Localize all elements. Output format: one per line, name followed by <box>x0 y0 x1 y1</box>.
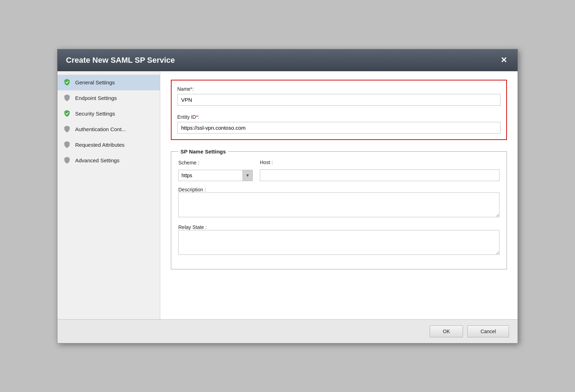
description-label: Description : <box>178 187 206 192</box>
green-shield-icon-security <box>63 110 72 118</box>
relay-state-label: Relay State : <box>178 224 207 230</box>
scheme-col: Scheme : https http ▼ <box>178 160 253 181</box>
ok-button[interactable]: OK <box>430 325 463 337</box>
name-input[interactable] <box>177 94 501 106</box>
entity-id-input[interactable] <box>177 122 501 134</box>
sidebar-item-authentication-cont[interactable]: Authentication Cont... <box>57 122 160 137</box>
gear-icon-advanced <box>63 156 72 165</box>
sidebar-item-label-auth: Authentication Cont... <box>75 126 126 132</box>
dialog-body: General Settings Endpoint Settings <box>57 71 518 319</box>
sidebar-item-label-advanced: Advanced Settings <box>75 157 119 163</box>
dialog-titlebar: Create New SAML SP Service ✕ <box>57 49 518 71</box>
description-section: Description : <box>178 187 499 217</box>
close-button[interactable]: ✕ <box>498 56 509 65</box>
sidebar-item-label-endpoint: Endpoint Settings <box>75 95 117 101</box>
sp-name-settings-legend: SP Name Settings <box>178 149 228 155</box>
sidebar-item-label-security: Security Settings <box>75 111 115 117</box>
dialog-footer: OK Cancel <box>57 319 518 343</box>
green-shield-icon <box>63 78 72 87</box>
cancel-button[interactable]: Cancel <box>467 325 509 337</box>
scheme-label: Scheme : <box>178 160 253 166</box>
dialog-title: Create New SAML SP Service <box>66 56 175 65</box>
relay-state-input[interactable] <box>178 230 499 255</box>
highlighted-fields-section: Name*: Entity ID*: <box>171 80 507 140</box>
name-field-label: Name*: <box>177 86 501 92</box>
sidebar-item-requested-attributes[interactable]: Requested Attributes <box>57 137 160 153</box>
scheme-select-wrapper[interactable]: https http ▼ <box>178 170 253 181</box>
gear-icon-requested <box>63 141 72 149</box>
sidebar-item-advanced-settings[interactable]: Advanced Settings <box>57 153 160 168</box>
host-input[interactable] <box>260 169 499 181</box>
description-input[interactable] <box>178 192 499 217</box>
gear-icon-auth <box>63 125 72 134</box>
main-content: Name*: Entity ID*: SP Name Settings Sche… <box>160 71 518 319</box>
host-label: Host : <box>260 159 499 165</box>
sidebar: General Settings Endpoint Settings <box>57 71 160 319</box>
sidebar-item-label-requested: Requested Attributes <box>75 142 124 148</box>
create-saml-dialog: Create New SAML SP Service ✕ General Set… <box>57 49 518 343</box>
scheme-host-row: Scheme : https http ▼ Host : <box>178 159 499 181</box>
sidebar-item-endpoint-settings[interactable]: Endpoint Settings <box>57 90 160 106</box>
scheme-select[interactable]: https http <box>179 170 242 180</box>
sidebar-item-label-general: General Settings <box>75 79 115 85</box>
host-col: Host : <box>260 159 499 181</box>
entity-id-field-label: Entity ID*: <box>177 114 501 120</box>
sidebar-item-security-settings[interactable]: Security Settings <box>57 106 160 122</box>
sp-name-settings-group: SP Name Settings Scheme : https http ▼ <box>171 149 507 269</box>
sidebar-item-general-settings[interactable]: General Settings <box>57 75 160 90</box>
scheme-dropdown-arrow: ▼ <box>242 170 252 181</box>
gear-icon-endpoint <box>63 94 72 102</box>
relay-state-section: Relay State : <box>178 224 499 255</box>
